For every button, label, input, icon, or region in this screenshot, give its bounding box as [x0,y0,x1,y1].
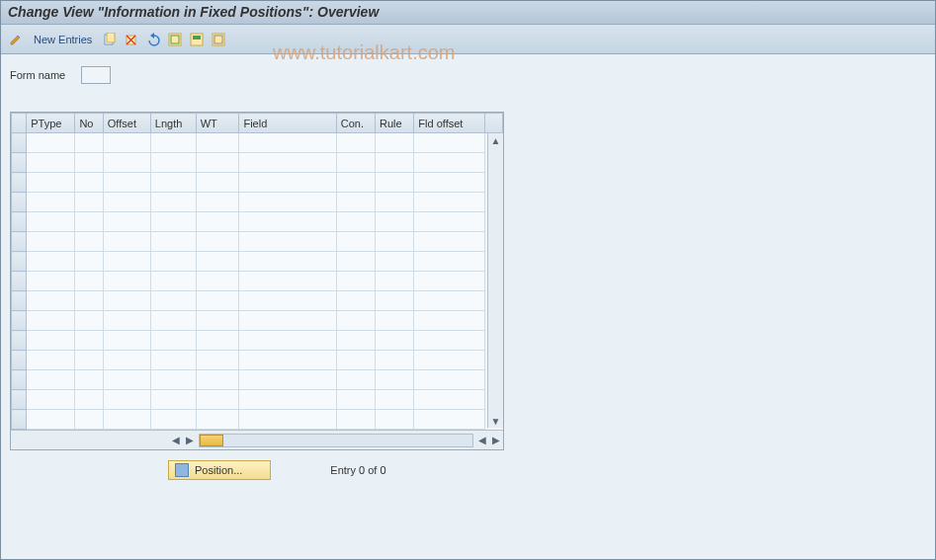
table-cell[interactable] [336,370,375,390]
table-cell[interactable] [27,153,75,173]
table-cell[interactable] [103,291,150,311]
table-cell[interactable] [75,291,103,311]
table-cell[interactable] [414,331,485,351]
col-lngth[interactable]: Lngth [150,114,196,133]
table-cell[interactable] [376,252,414,272]
table-cell[interactable] [336,252,375,272]
table-cell[interactable] [414,252,485,272]
table-cell[interactable] [414,390,485,410]
table-cell[interactable] [103,331,150,351]
table-cell[interactable] [336,311,375,331]
table-cell[interactable] [239,133,336,153]
table-cell[interactable] [75,252,103,272]
table-cell[interactable] [75,370,103,390]
table-cell[interactable] [376,410,414,430]
table-cell[interactable] [75,232,103,252]
table-cell[interactable] [75,212,103,232]
table-cell[interactable] [103,351,150,370]
table-cell[interactable] [414,410,485,430]
table-cell[interactable] [376,291,414,311]
table-cell[interactable] [103,272,150,291]
row-selector[interactable] [12,291,27,311]
table-cell[interactable] [103,232,150,252]
table-cell[interactable] [75,311,103,331]
form-name-input[interactable] [81,66,111,84]
table-cell[interactable] [239,331,336,351]
table-cell[interactable] [239,212,336,232]
table-row[interactable] [12,311,503,331]
table-cell[interactable] [376,272,414,291]
table-cell[interactable] [336,291,375,311]
table-cell[interactable] [75,133,103,153]
table-cell[interactable] [196,212,239,232]
table-row[interactable] [12,370,503,390]
hscroll-thumb[interactable] [200,435,223,446]
table-cell[interactable] [27,173,75,193]
table-cell[interactable] [414,133,485,153]
table-cell[interactable] [196,410,239,430]
row-selector[interactable] [12,252,27,272]
table-cell[interactable] [103,390,150,410]
col-con[interactable]: Con. [336,114,375,133]
table-row[interactable] [12,291,503,311]
table-cell[interactable] [150,291,196,311]
table-cell[interactable] [75,410,103,430]
table-cell[interactable] [196,331,239,351]
table-cell[interactable] [150,311,196,331]
table-row[interactable] [12,351,503,370]
table-cell[interactable] [239,153,336,173]
table-cell[interactable] [376,133,414,153]
table-cell[interactable] [150,390,196,410]
table-row[interactable] [12,212,503,232]
table-cell[interactable] [27,272,75,291]
table-cell[interactable] [336,331,375,351]
table-cell[interactable] [27,212,75,232]
col-offset[interactable]: Offset [103,114,150,133]
table-cell[interactable] [196,291,239,311]
table-cell[interactable] [27,370,75,390]
table-cell[interactable] [239,252,336,272]
table-cell[interactable] [196,232,239,252]
table-cell[interactable] [336,390,375,410]
col-wt[interactable]: WT [196,114,239,133]
table-cell[interactable] [336,232,375,252]
table-cell[interactable] [414,370,485,390]
table-cell[interactable] [103,133,150,153]
scroll-up-icon[interactable]: ▲ [489,133,503,147]
table-cell[interactable] [27,193,75,212]
table-cell[interactable] [150,370,196,390]
scroll-right2-icon[interactable]: ▶ [489,434,503,447]
table-cell[interactable] [103,410,150,430]
table-cell[interactable] [103,212,150,232]
table-cell[interactable] [27,331,75,351]
table-cell[interactable] [150,153,196,173]
table-cell[interactable] [414,232,485,252]
table-cell[interactable] [376,153,414,173]
table-row[interactable] [12,153,503,173]
toggle-display-change-icon[interactable] [8,32,24,47]
select-block-icon[interactable] [189,32,205,47]
table-row[interactable] [12,272,503,291]
table-cell[interactable] [150,272,196,291]
table-row[interactable] [12,193,503,212]
table-cell[interactable] [196,252,239,272]
table-cell[interactable] [414,153,485,173]
table-cell[interactable] [27,252,75,272]
table-cell[interactable] [336,272,375,291]
table-cell[interactable] [27,351,75,370]
table-cell[interactable] [27,390,75,410]
table-cell[interactable] [376,390,414,410]
table-cell[interactable] [150,193,196,212]
table-cell[interactable] [336,193,375,212]
table-cell[interactable] [376,331,414,351]
table-cell[interactable] [414,311,485,331]
table-cell[interactable] [239,193,336,212]
table-cell[interactable] [75,272,103,291]
row-selector[interactable] [12,173,27,193]
table-cell[interactable] [75,153,103,173]
row-select-all-header[interactable] [12,114,27,133]
hscroll-track[interactable] [199,434,473,447]
table-cell[interactable] [239,291,336,311]
table-cell[interactable] [75,331,103,351]
row-selector[interactable] [12,212,27,232]
